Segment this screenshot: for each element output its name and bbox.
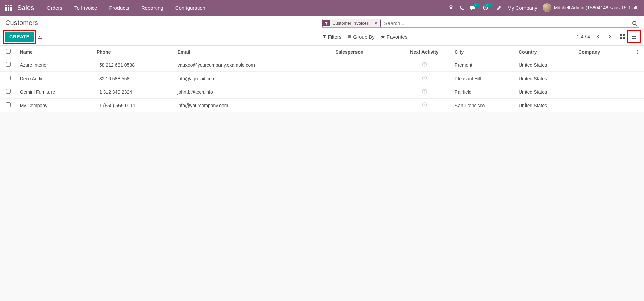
- cell-city: Fremont: [452, 58, 516, 72]
- nav-to-invoice[interactable]: To Invoice: [70, 2, 102, 13]
- cell-salesperson: [333, 58, 397, 72]
- customers-table: Name Phone Email Salesperson Next Activi…: [0, 46, 644, 112]
- search-facet: Customer Invoices ✕: [322, 19, 381, 27]
- debug-icon[interactable]: [448, 5, 454, 10]
- cell-salesperson: [333, 99, 397, 112]
- messaging-icon[interactable]: 6: [470, 5, 475, 11]
- cell-country: United States: [516, 99, 576, 112]
- activities-icon[interactable]: 35: [483, 5, 488, 11]
- tools-icon[interactable]: [497, 5, 502, 10]
- cell-phone: +1 (650) 555-0111: [94, 99, 175, 112]
- clock-icon[interactable]: [422, 102, 427, 108]
- cell-phone: +58 212 681 0538: [94, 58, 175, 72]
- pager-prev[interactable]: [595, 33, 602, 40]
- col-city[interactable]: City: [452, 46, 516, 58]
- row-checkbox[interactable]: [6, 62, 11, 67]
- messaging-badge: 6: [473, 3, 479, 7]
- cell-company: [576, 72, 631, 85]
- table-row[interactable]: Gemini Furniture+1 312 349 2324john.b@te…: [0, 85, 644, 99]
- nav-products[interactable]: Products: [104, 2, 134, 13]
- cell-email: john.b@tech.info: [175, 85, 333, 99]
- nav-menu: Orders To Invoice Products Reporting Con…: [42, 2, 210, 13]
- activities-badge: 35: [484, 3, 493, 7]
- col-options: ⋮: [631, 46, 644, 58]
- svg-rect-10: [633, 38, 636, 39]
- groupby-label: Group By: [353, 34, 374, 40]
- search-facet-remove[interactable]: ✕: [371, 19, 380, 27]
- svg-rect-8: [633, 36, 636, 37]
- control-panel: Customers Customer Invoices ✕ CREATE: [0, 16, 644, 46]
- list-view-button[interactable]: [629, 32, 639, 41]
- clock-icon[interactable]: [422, 89, 427, 94]
- filters-label: Filters: [328, 34, 342, 40]
- col-salesperson[interactable]: Salesperson: [333, 46, 397, 58]
- create-button[interactable]: CREATE: [5, 32, 34, 42]
- app-brand[interactable]: Sales: [17, 4, 34, 12]
- col-email[interactable]: Email: [175, 46, 333, 58]
- cell-name: Gemini Furniture: [17, 85, 94, 99]
- table-row[interactable]: My Company+1 (650) 555-0111info@yourcomp…: [0, 99, 644, 112]
- svg-rect-7: [632, 36, 633, 37]
- groupby-button[interactable]: Group By: [347, 34, 374, 40]
- table-row[interactable]: Deco Addict+32 10 588 558info@agrolait.c…: [0, 72, 644, 85]
- company-switcher[interactable]: My Company: [507, 5, 537, 11]
- row-checkbox[interactable]: [6, 89, 11, 94]
- cp-right: Filters Group By Favorites 1-4 / 4: [322, 32, 639, 41]
- svg-point-0: [633, 21, 636, 25]
- search-facet-label: Customer Invoices: [330, 19, 372, 27]
- row-checkbox[interactable]: [6, 102, 11, 107]
- table-header-row: Name Phone Email Salesperson Next Activi…: [0, 46, 644, 58]
- user-menu[interactable]: Mitchell Admin (15804148-saas-15-1-all): [543, 3, 639, 12]
- favorites-button[interactable]: Favorites: [381, 34, 408, 40]
- col-country[interactable]: Country: [516, 46, 576, 58]
- navbar-right: 6 35 My Company Mitchell Admin (15804148…: [448, 3, 639, 12]
- clock-icon[interactable]: [422, 62, 427, 67]
- favorites-label: Favorites: [387, 34, 408, 40]
- cell-email: vauxoo@yourcompany.example.com: [175, 58, 333, 72]
- search-options: Filters Group By Favorites: [322, 34, 408, 40]
- nav-orders[interactable]: Orders: [42, 2, 67, 13]
- search-area: Customer Invoices ✕: [322, 19, 639, 28]
- cell-country: United States: [516, 72, 576, 85]
- col-next-activity[interactable]: Next Activity: [397, 46, 452, 58]
- select-all-checkbox[interactable]: [6, 49, 11, 54]
- pager-text[interactable]: 1-4 / 4: [577, 34, 590, 39]
- col-checkbox: [0, 46, 17, 58]
- nav-reporting[interactable]: Reporting: [137, 2, 168, 13]
- row-checkbox[interactable]: [6, 76, 11, 80]
- search-icon[interactable]: [631, 19, 639, 27]
- apps-icon[interactable]: [5, 5, 12, 11]
- search-input[interactable]: [383, 19, 631, 27]
- svg-rect-4: [623, 37, 625, 39]
- cell-activity[interactable]: [397, 72, 452, 85]
- cell-name: Azure Interior: [17, 58, 94, 72]
- cell-activity[interactable]: [397, 85, 452, 99]
- list-view: Name Phone Email Salesperson Next Activi…: [0, 46, 644, 112]
- col-company[interactable]: Company: [576, 46, 631, 58]
- pager-next[interactable]: [606, 33, 613, 40]
- cell-activity[interactable]: [397, 58, 452, 72]
- phone-icon[interactable]: [459, 5, 464, 10]
- cell-activity[interactable]: [397, 99, 452, 112]
- cell-country: United States: [516, 85, 576, 99]
- col-name[interactable]: Name: [17, 46, 94, 58]
- col-phone[interactable]: Phone: [94, 46, 175, 58]
- navbar-left: Sales Orders To Invoice Products Reporti…: [5, 2, 210, 13]
- export-icon[interactable]: [37, 34, 42, 39]
- cell-email: info@agrolait.com: [175, 72, 333, 85]
- nav-configuration[interactable]: Configuration: [171, 2, 210, 13]
- clock-icon[interactable]: [422, 75, 427, 81]
- cell-company: [576, 58, 631, 72]
- cp-bottom: CREATE Filters Group By Favorites: [5, 32, 639, 42]
- cell-salesperson: [333, 72, 397, 85]
- cp-top: Customers Customer Invoices ✕: [5, 19, 639, 28]
- cell-city: San Francisco: [452, 99, 516, 112]
- svg-rect-3: [620, 37, 622, 39]
- filters-button[interactable]: Filters: [322, 34, 342, 40]
- kanban-view-button[interactable]: [618, 32, 627, 41]
- column-options-icon[interactable]: ⋮: [635, 49, 640, 55]
- cell-salesperson: [333, 85, 397, 99]
- table-row[interactable]: Azure Interior+58 212 681 0538vauxoo@you…: [0, 58, 644, 72]
- cell-country: United States: [516, 58, 576, 72]
- page-title: Customers: [5, 19, 322, 27]
